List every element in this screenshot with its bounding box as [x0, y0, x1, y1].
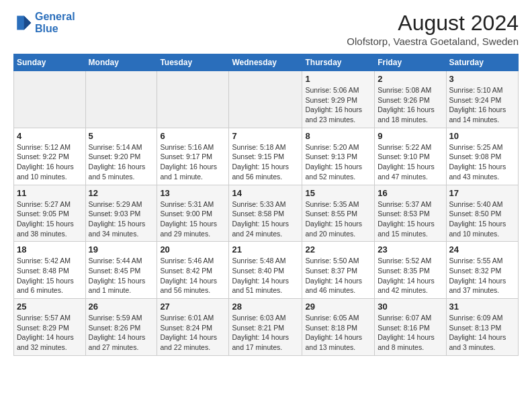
logo-line1: General: [35, 11, 75, 23]
header-friday: Friday: [375, 54, 446, 71]
calendar-week-2: 4Sunrise: 5:12 AM Sunset: 9:22 PM Daylig…: [14, 128, 519, 185]
day-number: 16: [378, 188, 443, 198]
calendar-cell: 14Sunrise: 5:33 AM Sunset: 8:58 PM Dayli…: [229, 185, 302, 242]
calendar-week-4: 18Sunrise: 5:42 AM Sunset: 8:48 PM Dayli…: [14, 242, 519, 299]
calendar-cell: 11Sunrise: 5:27 AM Sunset: 9:05 PM Dayli…: [14, 185, 86, 242]
day-number: 20: [160, 244, 226, 255]
day-number: 21: [232, 244, 299, 255]
day-info: Sunrise: 5:42 AM Sunset: 8:48 PM Dayligh…: [17, 256, 83, 295]
day-number: 15: [305, 188, 371, 198]
calendar-cell: 4Sunrise: 5:12 AM Sunset: 9:22 PM Daylig…: [14, 128, 86, 185]
calendar-cell: 31Sunrise: 6:09 AM Sunset: 8:13 PM Dayli…: [446, 299, 518, 356]
calendar-cell: 23Sunrise: 5:52 AM Sunset: 8:35 PM Dayli…: [375, 242, 446, 299]
day-number: 26: [89, 302, 154, 312]
day-info: Sunrise: 5:48 AM Sunset: 8:40 PM Dayligh…: [232, 256, 299, 295]
calendar-cell: [229, 71, 302, 128]
calendar-cell: 16Sunrise: 5:37 AM Sunset: 8:53 PM Dayli…: [375, 185, 446, 242]
day-number: 23: [378, 244, 443, 255]
calendar-cell: 7Sunrise: 5:18 AM Sunset: 9:15 PM Daylig…: [229, 128, 302, 185]
day-number: 31: [449, 302, 515, 312]
day-info: Sunrise: 5:16 AM Sunset: 9:17 PM Dayligh…: [160, 142, 226, 182]
calendar-cell: 25Sunrise: 5:57 AM Sunset: 8:29 PM Dayli…: [14, 299, 86, 356]
page-subtitle: Olofstorp, Vaestra Goetaland, Sweden: [347, 36, 519, 47]
day-number: 24: [449, 244, 515, 255]
calendar-table: SundayMondayTuesdayWednesdayThursdayFrid…: [13, 54, 519, 356]
day-number: 4: [17, 131, 83, 141]
page-title: August 2024: [347, 11, 519, 36]
day-number: 10: [449, 131, 515, 141]
calendar-cell: 29Sunrise: 6:05 AM Sunset: 8:18 PM Dayli…: [302, 299, 375, 356]
calendar-cell: 8Sunrise: 5:20 AM Sunset: 9:13 PM Daylig…: [302, 128, 375, 185]
day-number: 17: [449, 188, 515, 198]
day-number: 14: [232, 188, 299, 198]
logo-icon: [13, 13, 32, 32]
day-info: Sunrise: 5:10 AM Sunset: 9:24 PM Dayligh…: [449, 85, 515, 125]
title-block: August 2024 Olofstorp, Vaestra Goetaland…: [347, 11, 519, 47]
day-info: Sunrise: 5:33 AM Sunset: 8:58 PM Dayligh…: [232, 199, 299, 239]
day-info: Sunrise: 5:55 AM Sunset: 8:32 PM Dayligh…: [449, 256, 515, 295]
day-number: 6: [160, 131, 226, 141]
day-info: Sunrise: 5:50 AM Sunset: 8:37 PM Dayligh…: [305, 256, 371, 295]
calendar-cell: 17Sunrise: 5:40 AM Sunset: 8:50 PM Dayli…: [446, 185, 518, 242]
calendar-cell: 12Sunrise: 5:29 AM Sunset: 9:03 PM Dayli…: [85, 185, 157, 242]
day-info: Sunrise: 6:01 AM Sunset: 8:24 PM Dayligh…: [160, 313, 226, 353]
day-info: Sunrise: 5:25 AM Sunset: 9:08 PM Dayligh…: [449, 142, 515, 182]
calendar-cell: 9Sunrise: 5:22 AM Sunset: 9:10 PM Daylig…: [375, 128, 446, 185]
calendar-cell: 1Sunrise: 5:06 AM Sunset: 9:29 PM Daylig…: [302, 71, 375, 128]
day-number: 12: [89, 188, 154, 198]
day-number: 30: [378, 302, 443, 312]
day-info: Sunrise: 5:18 AM Sunset: 9:15 PM Dayligh…: [232, 142, 299, 182]
day-number: 3: [449, 74, 515, 84]
day-info: Sunrise: 5:31 AM Sunset: 9:00 PM Dayligh…: [160, 199, 226, 239]
day-info: Sunrise: 5:29 AM Sunset: 9:03 PM Dayligh…: [89, 199, 154, 239]
header-sunday: Sunday: [14, 54, 86, 71]
day-info: Sunrise: 5:14 AM Sunset: 9:20 PM Dayligh…: [89, 142, 154, 182]
page-header: General Blue August 2024 Olofstorp, Vaes…: [13, 11, 519, 47]
calendar-cell: [85, 71, 157, 128]
day-number: 2: [378, 74, 443, 84]
calendar-cell: 30Sunrise: 6:07 AM Sunset: 8:16 PM Dayli…: [375, 299, 446, 356]
day-info: Sunrise: 5:20 AM Sunset: 9:13 PM Dayligh…: [305, 142, 371, 182]
day-number: 5: [89, 131, 154, 141]
day-info: Sunrise: 6:09 AM Sunset: 8:13 PM Dayligh…: [449, 313, 515, 353]
logo-line2: Blue: [35, 23, 75, 35]
day-number: 29: [305, 302, 371, 312]
header-thursday: Thursday: [302, 54, 375, 71]
calendar-cell: 28Sunrise: 6:03 AM Sunset: 8:21 PM Dayli…: [229, 299, 302, 356]
day-number: 1: [305, 74, 371, 84]
day-info: Sunrise: 5:40 AM Sunset: 8:50 PM Dayligh…: [449, 199, 515, 239]
calendar-cell: 18Sunrise: 5:42 AM Sunset: 8:48 PM Dayli…: [14, 242, 86, 299]
calendar-cell: 6Sunrise: 5:16 AM Sunset: 9:17 PM Daylig…: [157, 128, 229, 185]
day-info: Sunrise: 5:12 AM Sunset: 9:22 PM Dayligh…: [17, 142, 83, 182]
header-wednesday: Wednesday: [229, 54, 302, 71]
calendar-cell: 15Sunrise: 5:35 AM Sunset: 8:55 PM Dayli…: [302, 185, 375, 242]
calendar-cell: 27Sunrise: 6:01 AM Sunset: 8:24 PM Dayli…: [157, 299, 229, 356]
day-info: Sunrise: 5:44 AM Sunset: 8:45 PM Dayligh…: [89, 256, 154, 295]
day-number: 11: [17, 188, 83, 198]
calendar-cell: 20Sunrise: 5:46 AM Sunset: 8:42 PM Dayli…: [157, 242, 229, 299]
day-number: 9: [378, 131, 443, 141]
day-info: Sunrise: 5:59 AM Sunset: 8:26 PM Dayligh…: [89, 313, 154, 353]
day-number: 13: [160, 188, 226, 198]
calendar-cell: 2Sunrise: 5:08 AM Sunset: 9:26 PM Daylig…: [375, 71, 446, 128]
day-number: 25: [17, 302, 83, 312]
day-number: 28: [232, 302, 299, 312]
calendar-cell: 24Sunrise: 5:55 AM Sunset: 8:32 PM Dayli…: [446, 242, 518, 299]
calendar-cell: [157, 71, 229, 128]
day-info: Sunrise: 5:22 AM Sunset: 9:10 PM Dayligh…: [378, 142, 443, 182]
day-info: Sunrise: 6:07 AM Sunset: 8:16 PM Dayligh…: [378, 313, 443, 353]
day-info: Sunrise: 6:03 AM Sunset: 8:21 PM Dayligh…: [232, 313, 299, 353]
day-info: Sunrise: 5:57 AM Sunset: 8:29 PM Dayligh…: [17, 313, 83, 353]
calendar-cell: 10Sunrise: 5:25 AM Sunset: 9:08 PM Dayli…: [446, 128, 518, 185]
day-info: Sunrise: 5:27 AM Sunset: 9:05 PM Dayligh…: [17, 199, 83, 239]
calendar-cell: 13Sunrise: 5:31 AM Sunset: 9:00 PM Dayli…: [157, 185, 229, 242]
day-number: 8: [305, 131, 371, 141]
day-number: 18: [17, 244, 83, 255]
calendar-week-1: 1Sunrise: 5:06 AM Sunset: 9:29 PM Daylig…: [14, 71, 519, 128]
day-number: 27: [160, 302, 226, 312]
calendar-cell: 22Sunrise: 5:50 AM Sunset: 8:37 PM Dayli…: [302, 242, 375, 299]
day-info: Sunrise: 5:46 AM Sunset: 8:42 PM Dayligh…: [160, 256, 226, 295]
day-info: Sunrise: 5:52 AM Sunset: 8:35 PM Dayligh…: [378, 256, 443, 295]
day-number: 19: [89, 244, 154, 255]
day-info: Sunrise: 6:05 AM Sunset: 8:18 PM Dayligh…: [305, 313, 371, 353]
